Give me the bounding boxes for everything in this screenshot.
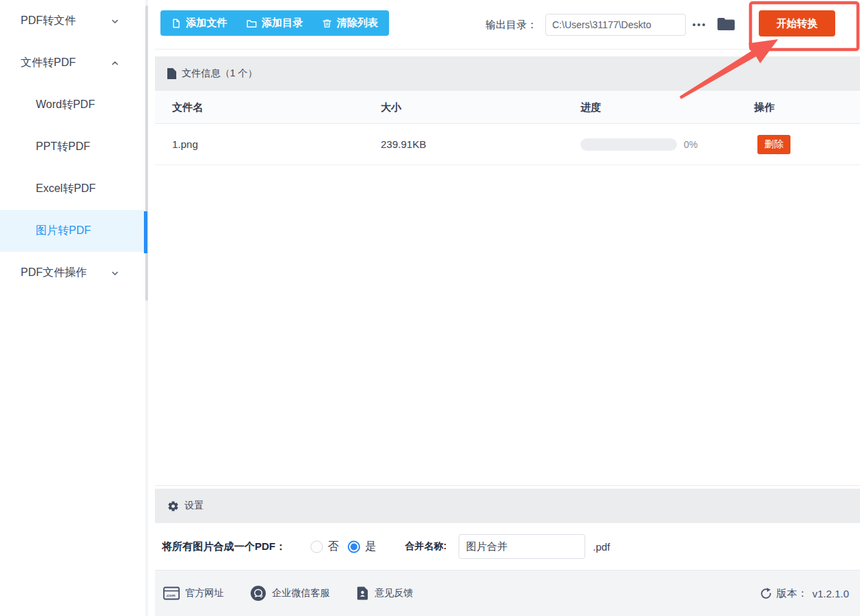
file-name: 1.png xyxy=(172,124,198,165)
svg-text:.com: .com xyxy=(166,593,176,597)
sidebar-item-pdf-to-file[interactable]: PDF转文件 xyxy=(0,0,145,42)
sidebar-item-image-to-pdf[interactable]: 图片转PDF xyxy=(0,210,145,252)
pdf-extension-label: .pdf xyxy=(593,541,610,553)
clear-list-label: 清除列表 xyxy=(337,17,378,30)
official-website-label: 官方网址 xyxy=(185,587,224,599)
add-file-label: 添加文件 xyxy=(186,17,227,30)
folder-open-icon xyxy=(717,17,735,32)
sidebar-item-ppt-to-pdf[interactable]: PPT转PDF xyxy=(0,126,145,168)
output-directory-input[interactable] xyxy=(545,14,686,36)
open-folder-button[interactable] xyxy=(717,17,735,34)
table-header: 文件名 大小 进度 操作 xyxy=(155,91,860,124)
footer: .com 官方网址 企业微信客服 意见反馈 版本： v1.2.1.0 xyxy=(155,570,860,616)
chevron-down-icon xyxy=(111,17,119,25)
merge-name-input[interactable] xyxy=(459,534,585,559)
column-size: 大小 xyxy=(381,91,401,124)
radio-circle-no[interactable] xyxy=(311,540,323,553)
add-folder-icon xyxy=(247,19,257,28)
sidebar-item-file-to-pdf[interactable]: 文件转PDF xyxy=(0,42,145,84)
main-content: 添加文件 添加目录 清除列表 输出目录： 开始转换 xyxy=(155,0,860,616)
sidebar-item-excel-to-pdf[interactable]: Excel转PDF xyxy=(0,168,145,210)
more-icon xyxy=(693,23,695,26)
sidebar: PDF转文件 文件转PDF Word转PDF PPT转PDF Excel转PDF… xyxy=(0,0,145,616)
refresh-icon[interactable] xyxy=(760,588,772,599)
radio-option-yes[interactable]: 是 xyxy=(348,540,376,554)
column-action: 操作 xyxy=(754,91,775,124)
browse-more-button[interactable] xyxy=(689,14,709,36)
add-directory-label: 添加目录 xyxy=(262,17,303,30)
sidebar-item-word-to-pdf[interactable]: Word转PDF xyxy=(0,84,145,126)
wechat-service-icon xyxy=(250,585,266,602)
progress-percent: 0% xyxy=(684,124,698,165)
radio-option-no[interactable]: 否 xyxy=(311,540,339,554)
file-info-bar: 文件信息（1 个） xyxy=(155,56,860,91)
version-info: 版本： v1.2.1.0 xyxy=(760,571,849,616)
wechat-service-link[interactable]: 企业微信客服 xyxy=(250,585,330,602)
feedback-icon xyxy=(356,586,369,601)
wechat-service-label: 企业微信客服 xyxy=(272,587,330,599)
chevron-down-icon xyxy=(111,269,119,277)
toolbar: 添加文件 添加目录 清除列表 输出目录： 开始转换 xyxy=(155,0,860,50)
add-directory-button[interactable]: 添加目录 xyxy=(237,10,313,36)
pdf-converter-app: PDF转文件 文件转PDF Word转PDF PPT转PDF Excel转PDF… xyxy=(0,0,860,616)
sidebar-item-label: Word转PDF xyxy=(36,98,95,112)
file-info-icon xyxy=(167,68,176,79)
version-label: 版本： xyxy=(777,587,808,600)
feedback-label: 意见反馈 xyxy=(375,587,413,599)
merge-question-label: 将所有图片合成一个PDF： xyxy=(162,540,286,553)
radio-label-yes: 是 xyxy=(365,540,376,554)
column-filename: 文件名 xyxy=(172,91,203,124)
delete-button[interactable]: 删除 xyxy=(757,135,790,154)
output-directory-label: 输出目录： xyxy=(485,0,537,50)
column-progress: 进度 xyxy=(580,91,601,124)
start-convert-button[interactable]: 开始转换 xyxy=(759,10,835,36)
radio-circle-yes[interactable] xyxy=(348,540,360,553)
add-file-button[interactable]: 添加文件 xyxy=(162,10,237,36)
file-list-empty-area xyxy=(155,165,860,486)
sidebar-scrollbar-thumb[interactable] xyxy=(145,6,148,301)
sidebar-item-label: PDF文件操作 xyxy=(21,266,87,280)
sidebar-item-label: Excel转PDF xyxy=(36,182,96,196)
version-value: v1.2.1.0 xyxy=(812,588,849,599)
gear-icon xyxy=(167,500,179,512)
settings-title: 设置 xyxy=(185,500,204,512)
sidebar-item-label: PDF转文件 xyxy=(21,14,76,28)
official-website-link[interactable]: .com 官方网址 xyxy=(163,586,224,600)
radio-label-no: 否 xyxy=(328,540,339,554)
progress-bar xyxy=(580,138,677,151)
merge-name-label: 合并名称: xyxy=(405,540,447,553)
sidebar-item-label: PPT转PDF xyxy=(36,140,90,154)
settings-row: 将所有图片合成一个PDF： 否 是 合并名称: .pdf xyxy=(155,523,860,570)
website-icon: .com xyxy=(163,586,180,600)
table-row: 1.png 239.91KB 0% 删除 xyxy=(155,124,860,165)
add-file-icon xyxy=(171,19,181,28)
clear-list-button[interactable]: 清除列表 xyxy=(313,10,388,36)
feedback-link[interactable]: 意见反馈 xyxy=(356,586,413,601)
sidebar-item-label: 文件转PDF xyxy=(21,56,76,70)
sidebar-item-pdf-operations[interactable]: PDF文件操作 xyxy=(0,252,145,294)
active-item-indicator xyxy=(144,211,147,253)
chevron-up-icon xyxy=(111,59,119,67)
file-actions-group: 添加文件 添加目录 清除列表 xyxy=(160,10,389,36)
clear-list-icon xyxy=(322,19,332,28)
sidebar-item-label: 图片转PDF xyxy=(36,224,91,238)
settings-bar: 设置 xyxy=(155,489,860,523)
file-size: 239.91KB xyxy=(381,124,426,165)
file-info-title: 文件信息（1 个） xyxy=(182,67,258,80)
footer-links: .com 官方网址 企业微信客服 意见反馈 xyxy=(163,571,413,616)
